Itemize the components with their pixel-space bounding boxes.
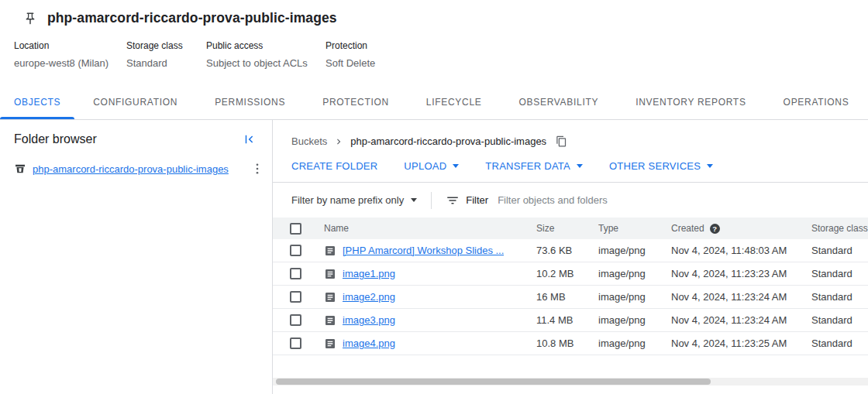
meta-value: Standard <box>126 57 206 69</box>
meta-value: europe-west8 (Milan) <box>14 57 126 69</box>
chevron-down-icon <box>411 198 417 202</box>
tab-configuration[interactable]: CONFIGURATION <box>74 84 196 119</box>
file-icon <box>324 337 336 350</box>
bucket-tree-item[interactable]: php-amarcord-riccardo-prova-public-image… <box>0 156 272 182</box>
object-size: 10.2 MB <box>525 268 587 279</box>
tab-bar: OBJECTS CONFIGURATION PERMISSIONS PROTEC… <box>0 84 868 120</box>
tab-inventory-reports[interactable]: INVENTORY REPORTS <box>617 84 764 119</box>
scrollbar-thumb[interactable] <box>276 379 711 385</box>
object-size: 11.4 MB <box>525 314 587 326</box>
tab-lifecycle[interactable]: LIFECYCLE <box>408 84 501 119</box>
other-services-button[interactable]: OTHER SERVICES <box>609 160 713 172</box>
object-created: Nov 4, 2024, 11:23:23 AM <box>660 268 801 279</box>
table-row: image4.png 10.8 MB image/png Nov 4, 2024… <box>273 332 868 355</box>
row-checkbox-cell <box>273 291 313 303</box>
object-name-cell: [PHP Amarcord] Workshop Slides ... <box>313 245 525 257</box>
object-created: Nov 4, 2024, 11:23:25 AM <box>660 337 801 349</box>
folder-browser-title: Folder browser <box>14 132 97 146</box>
tab-permissions[interactable]: PERMISSIONS <box>196 84 304 119</box>
row-checkbox[interactable] <box>290 314 301 326</box>
transfer-data-label: TRANSFER DATA <box>485 160 570 172</box>
breadcrumb: Buckets php-amarcord-riccardo-prova-publ… <box>273 120 868 147</box>
filter-bar: Filter by name prefix only Filter <box>273 183 868 218</box>
help-icon[interactable]: ? <box>710 224 720 234</box>
object-type: image/png <box>587 245 660 256</box>
object-name-cell: image1.png <box>313 268 525 280</box>
other-services-label: OTHER SERVICES <box>609 160 701 172</box>
object-storage-class: Standard <box>801 245 868 256</box>
horizontal-scrollbar[interactable] <box>273 378 868 385</box>
object-size: 10.8 MB <box>525 337 587 349</box>
collapse-panel-icon[interactable] <box>243 132 257 146</box>
breadcrumb-buckets-link[interactable]: Buckets <box>291 135 327 147</box>
main-area: Folder browser php-amarcord-riccardo-pro… <box>0 120 868 394</box>
object-storage-class: Standard <box>801 268 868 279</box>
object-created: Nov 4, 2024, 11:23:24 AM <box>660 291 801 303</box>
file-icon <box>324 291 336 303</box>
object-link[interactable]: image3.png <box>343 314 395 326</box>
row-checkbox-cell <box>273 314 313 326</box>
object-storage-class: Standard <box>801 314 868 326</box>
upload-button[interactable]: UPLOAD <box>404 160 459 172</box>
meta-label: Location <box>14 40 126 51</box>
create-folder-button[interactable]: CREATE FOLDER <box>291 160 377 172</box>
filter-input[interactable] <box>498 194 859 206</box>
meta-location: Location europe-west8 (Milan) <box>14 40 126 69</box>
object-created: Nov 4, 2024, 11:23:24 AM <box>660 314 801 326</box>
filter-icon <box>446 194 460 207</box>
file-icon <box>324 245 336 257</box>
object-name-cell: image2.png <box>313 291 525 303</box>
chevron-down-icon <box>707 164 713 168</box>
vertical-divider <box>431 192 432 209</box>
filter-scope-label: Filter by name prefix only <box>291 194 404 206</box>
object-type: image/png <box>587 268 660 279</box>
column-header-created[interactable]: Created ? <box>660 223 801 234</box>
create-folder-label: CREATE FOLDER <box>291 160 377 172</box>
chevron-right-icon <box>333 136 344 147</box>
filter-scope-dropdown[interactable]: Filter by name prefix only <box>291 194 417 206</box>
tab-observability[interactable]: OBSERVABILITY <box>501 84 618 119</box>
column-header-type[interactable]: Type <box>587 223 660 234</box>
object-link[interactable]: image2.png <box>343 291 395 303</box>
file-icon <box>324 314 336 327</box>
more-options-icon[interactable] <box>250 162 264 176</box>
row-checkbox[interactable] <box>290 245 301 256</box>
object-storage-class: Standard <box>801 291 868 303</box>
chevron-down-icon <box>453 164 459 168</box>
transfer-data-button[interactable]: TRANSFER DATA <box>485 160 583 172</box>
row-checkbox[interactable] <box>290 268 301 279</box>
meta-public-access: Public access Subject to object ACLs <box>206 40 326 69</box>
tab-operations[interactable]: OPERATIONS <box>765 84 868 119</box>
page-title: php-amarcord-riccardo-prova-public-image… <box>47 10 337 26</box>
pin-icon[interactable] <box>23 12 37 26</box>
column-header-name[interactable]: Name <box>313 223 525 234</box>
select-all-checkbox[interactable] <box>290 223 301 235</box>
object-link[interactable]: image4.png <box>343 337 395 349</box>
meta-value: Soft Delete <box>326 57 375 69</box>
meta-storage-class: Storage class Standard <box>126 40 206 69</box>
meta-label: Storage class <box>126 40 206 51</box>
meta-protection: Protection Soft Delete <box>326 40 375 69</box>
bucket-header: php-amarcord-riccardo-prova-public-image… <box>0 0 868 26</box>
object-link[interactable]: [PHP Amarcord] Workshop Slides ... <box>343 245 504 256</box>
column-header-storage-class[interactable]: Storage class <box>801 223 868 234</box>
header-checkbox-cell <box>273 223 313 235</box>
tab-protection[interactable]: PROTECTION <box>304 84 408 119</box>
row-checkbox[interactable] <box>290 337 301 349</box>
tab-objects[interactable]: OBJECTS <box>0 84 74 119</box>
file-icon <box>324 268 336 280</box>
object-type: image/png <box>587 337 660 349</box>
folder-browser-panel: Folder browser php-amarcord-riccardo-pro… <box>0 120 273 394</box>
bucket-icon <box>14 163 26 175</box>
table-row: image2.png 16 MB image/png Nov 4, 2024, … <box>273 286 868 309</box>
row-checkbox[interactable] <box>290 291 301 303</box>
table-row: image1.png 10.2 MB image/png Nov 4, 2024… <box>273 262 868 286</box>
object-size: 73.6 KB <box>525 245 587 256</box>
upload-label: UPLOAD <box>404 160 446 172</box>
column-header-size[interactable]: Size <box>525 223 587 234</box>
object-type: image/png <box>587 291 660 303</box>
copy-icon[interactable] <box>556 135 567 147</box>
object-link[interactable]: image1.png <box>343 268 395 279</box>
bucket-tree-link[interactable]: php-amarcord-riccardo-prova-public-image… <box>33 163 229 175</box>
folder-browser-header: Folder browser <box>0 120 272 156</box>
